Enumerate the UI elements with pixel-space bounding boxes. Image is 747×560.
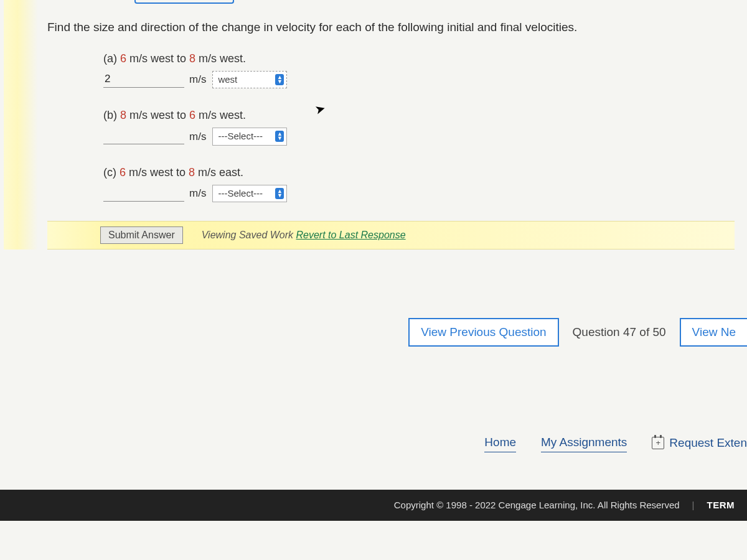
revert-link[interactable]: Revert to Last Response <box>296 230 406 240</box>
calendar-plus-icon: + <box>652 437 664 449</box>
chevron-up-down-icon: ▲▼ <box>275 131 284 142</box>
magnitude-input-c[interactable] <box>103 185 184 202</box>
question-block: Find the size and direction of the chang… <box>0 0 747 250</box>
subpart-b-label: (b) 8 m/s west to 6 m/s west. <box>103 109 246 121</box>
unit-label: m/s <box>189 129 206 145</box>
my-assignments-link[interactable]: My Assignments <box>541 434 627 452</box>
request-extension-link[interactable]: + Request Exten <box>652 434 747 452</box>
subpart-b: (b) 8 m/s west to 6 m/s west. m/s ---Sel… <box>103 107 735 146</box>
unit-label: m/s <box>189 72 206 88</box>
view-previous-button[interactable]: View Previous Question <box>408 318 558 347</box>
question-counter: Question 47 of 50 <box>573 324 666 342</box>
terms-link[interactable]: TERM <box>707 498 735 513</box>
magnitude-input-a[interactable] <box>103 72 184 88</box>
copyright-text: Copyright © 1998 - 2022 Cengage Learning… <box>394 498 680 513</box>
subpart-c-label: (c) 6 m/s west to 8 m/s east. <box>103 166 243 179</box>
view-next-button[interactable]: View Ne <box>680 318 747 347</box>
direction-select-a[interactable]: west ▲▼ <box>212 71 287 89</box>
submit-answer-button[interactable]: Submit Answer <box>100 226 183 244</box>
divider: | <box>692 498 695 513</box>
chevron-up-down-icon: ▲▼ <box>275 74 284 85</box>
direction-select-b[interactable]: ---Select--- ▲▼ <box>212 128 287 146</box>
subpart-a: (a) 6 m/s west to 8 m/s west. m/s west ▲… <box>103 50 735 89</box>
home-link[interactable]: Home <box>484 434 516 452</box>
partial-input-outline <box>134 0 234 4</box>
question-prompt: Find the size and direction of the chang… <box>47 19 735 37</box>
subpart-a-label: (a) 6 m/s west to 8 m/s west. <box>103 52 246 65</box>
page-footer: Copyright © 1998 - 2022 Cengage Learning… <box>0 490 747 521</box>
direction-select-c[interactable]: ---Select--- ▲▼ <box>212 185 287 203</box>
magnitude-input-b[interactable] <box>103 128 184 144</box>
footer-links: Home My Assignments + Request Exten <box>0 434 747 452</box>
saved-work-text: Viewing Saved Work Revert to Last Respon… <box>202 228 406 243</box>
unit-label: m/s <box>189 185 206 202</box>
chevron-up-down-icon: ▲▼ <box>275 188 284 199</box>
subpart-c: (c) 6 m/s west to 8 m/s east. m/s ---Sel… <box>103 164 735 203</box>
submit-bar: Submit Answer Viewing Saved Work Revert … <box>47 221 735 250</box>
question-nav: View Previous Question Question 47 of 50… <box>0 318 747 347</box>
